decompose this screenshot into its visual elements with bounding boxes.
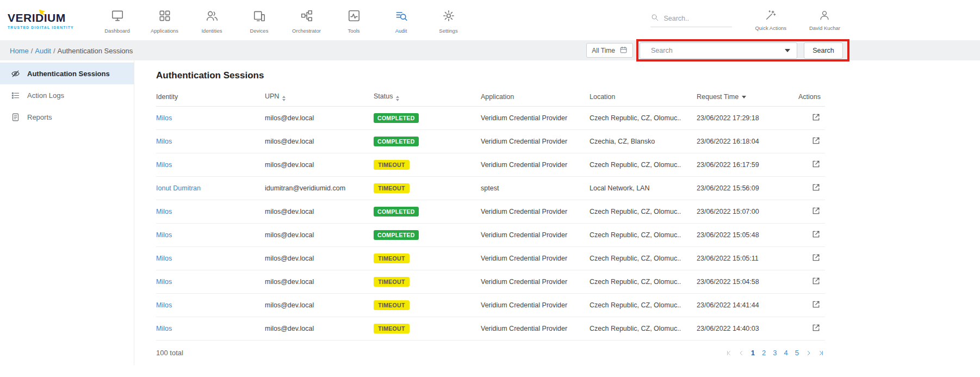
search-icon xyxy=(650,13,659,22)
column-header-upn[interactable]: UPN xyxy=(265,88,374,107)
sidebar-item-reports[interactable]: Reports xyxy=(0,106,134,128)
filter-controls: All Time Search Search xyxy=(586,42,843,59)
cell-application: Veridium Credential Provider xyxy=(481,153,590,177)
cell-identity: Milos xyxy=(156,317,265,341)
open-session-button[interactable] xyxy=(811,113,821,123)
audit-icon xyxy=(394,9,408,23)
user-name-label: David Kuchar xyxy=(809,25,840,31)
pg-prev-button[interactable] xyxy=(737,349,745,357)
table-header-row: IdentityUPNStatusApplicationLocationRequ… xyxy=(156,88,825,107)
cell-application: sptest xyxy=(481,177,590,200)
open-session-button[interactable] xyxy=(811,230,821,240)
identity-link[interactable]: Milos xyxy=(156,278,172,286)
sidebar-item-authentication-sessions[interactable]: Authentication Sessions xyxy=(0,63,134,84)
open-session-button[interactable] xyxy=(811,323,821,334)
page-number-1[interactable]: 1 xyxy=(750,349,756,357)
status-badge: COMPLETED xyxy=(374,230,419,240)
cell-identity: Milos xyxy=(156,153,265,177)
cell-application: Veridium Credential Provider xyxy=(481,317,590,341)
open-session-button[interactable] xyxy=(811,136,821,147)
cell-status: TIMEOUT xyxy=(374,177,481,200)
column-header-status[interactable]: Status xyxy=(374,88,481,107)
nav-item-label: Applications xyxy=(141,28,188,34)
time-filter-button[interactable]: All Time xyxy=(586,43,633,58)
tools-icon xyxy=(347,9,361,23)
table-row: Milosmilos@dev.localCOMPLETEDVeridium Cr… xyxy=(156,224,825,247)
sidebar-item-action-logs[interactable]: Action Logs xyxy=(0,84,134,106)
open-session-button[interactable] xyxy=(811,183,821,194)
global-search-input[interactable] xyxy=(663,15,723,22)
nav-item-audit[interactable]: Audit xyxy=(377,7,425,34)
open-session-button[interactable] xyxy=(811,300,821,311)
nav-item-label: Settings xyxy=(425,28,472,34)
cell-identity: Milos xyxy=(156,224,265,247)
cell-actions xyxy=(795,294,825,317)
identity-link[interactable]: Ionut Dumitran xyxy=(156,184,201,192)
orchestrator-icon xyxy=(300,9,314,23)
open-session-button[interactable] xyxy=(811,206,821,217)
cell-actions xyxy=(795,177,825,200)
pg-next-button[interactable] xyxy=(805,349,812,357)
user-menu[interactable]: David Kuchar xyxy=(809,9,840,31)
nav-item-label: Dashboard xyxy=(94,28,141,34)
column-header-request-time[interactable]: Request Time xyxy=(697,88,795,107)
pg-last-button[interactable] xyxy=(817,349,825,357)
pg-first-button[interactable] xyxy=(725,349,733,357)
identity-link[interactable]: Milos xyxy=(156,138,172,145)
cell-application: Veridium Credential Provider xyxy=(481,224,590,247)
global-search[interactable] xyxy=(650,13,732,27)
open-session-icon xyxy=(811,323,821,332)
search-button[interactable]: Search xyxy=(804,42,843,59)
open-session-button[interactable] xyxy=(811,159,821,170)
quick-actions-button[interactable]: Quick Actions xyxy=(755,9,786,31)
open-session-button[interactable] xyxy=(811,253,821,264)
cell-request-time: 23/06/2022 16:18:04 xyxy=(697,130,795,153)
cell-upn: milos@dev.local xyxy=(265,153,374,177)
table-footer: 100 total 12345 xyxy=(156,341,825,365)
pg-first-icon xyxy=(725,349,733,357)
open-session-icon xyxy=(811,159,821,169)
sort-both-icon xyxy=(396,96,399,101)
page-number-5[interactable]: 5 xyxy=(794,349,800,357)
identity-link[interactable]: Milos xyxy=(156,255,172,262)
identity-link[interactable]: Milos xyxy=(156,325,172,332)
identity-link[interactable]: Milos xyxy=(156,231,172,239)
cell-status: COMPLETED xyxy=(374,224,481,247)
status-badge: TIMEOUT xyxy=(374,300,410,310)
search-type-select[interactable]: Search xyxy=(640,42,797,59)
nav-item-applications[interactable]: Applications xyxy=(141,7,188,34)
cell-upn: milos@dev.local xyxy=(265,200,374,224)
open-session-button[interactable] xyxy=(811,276,821,287)
nav-item-devices[interactable]: Devices xyxy=(235,7,283,34)
table-row: Milosmilos@dev.localTIMEOUTVeridium Cred… xyxy=(156,153,825,177)
breadcrumb-item-home[interactable]: Home xyxy=(10,47,29,55)
cell-location: Czech Republic, CZ, Olomuc.. xyxy=(590,317,697,341)
dashboard-icon xyxy=(110,9,125,23)
nav-item-identities[interactable]: Identities xyxy=(188,7,235,34)
breadcrumb-item-audit[interactable]: Audit xyxy=(35,47,51,55)
nav-item-orchestrator[interactable]: Orchestrator xyxy=(283,7,330,34)
cell-application: Veridium Credential Provider xyxy=(481,107,590,130)
cell-location: Czechia, CZ, Blansko xyxy=(590,130,697,153)
nav-item-label: Audit xyxy=(377,28,425,34)
cell-location: Czech Republic, CZ, Olomuc.. xyxy=(590,224,697,247)
cell-status: COMPLETED xyxy=(374,107,481,130)
cell-status: COMPLETED xyxy=(374,130,481,153)
page-number-3[interactable]: 3 xyxy=(772,349,778,357)
identity-link[interactable]: Milos xyxy=(156,114,172,122)
open-session-icon xyxy=(811,276,821,286)
nav-item-settings[interactable]: Settings xyxy=(425,7,472,34)
identity-link[interactable]: Milos xyxy=(156,208,172,215)
page-number-4[interactable]: 4 xyxy=(783,349,789,357)
applications-icon xyxy=(158,9,172,23)
identity-link[interactable]: Milos xyxy=(156,301,172,309)
table-row: Milosmilos@dev.localTIMEOUTVeridium Cred… xyxy=(156,317,825,341)
nav-item-tools[interactable]: Tools xyxy=(330,7,377,34)
open-session-icon xyxy=(811,253,821,262)
nav-item-dashboard[interactable]: Dashboard xyxy=(94,7,141,34)
page-number-2[interactable]: 2 xyxy=(761,349,767,357)
sort-both-icon xyxy=(282,96,286,101)
magic-wand-icon xyxy=(765,9,777,21)
identity-link[interactable]: Milos xyxy=(156,161,172,169)
cell-upn: milos@dev.local xyxy=(265,270,374,294)
